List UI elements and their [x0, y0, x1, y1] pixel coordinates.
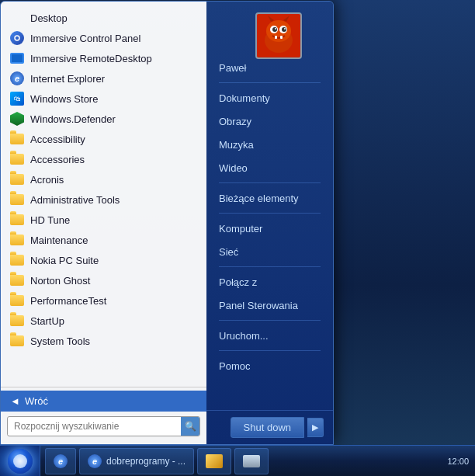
divider-6 — [219, 350, 321, 351]
menu-item-administrative-tools[interactable]: Administrative Tools — [1, 189, 206, 210]
divider-2 — [219, 182, 321, 183]
accessibility-folder-icon — [10, 132, 24, 146]
svg-point-9 — [284, 28, 286, 30]
ie-icon: e — [10, 71, 24, 85]
shutdown-arrow-button[interactable]: ▶ — [307, 418, 324, 437]
svg-point-0 — [15, 36, 19, 40]
admin-folder-icon — [10, 193, 24, 207]
menu-item-startup[interactable]: StartUp — [1, 311, 206, 331]
back-arrow-icon: ◄ — [10, 395, 20, 407]
shutdown-button[interactable]: Shut down — [231, 417, 304, 438]
start-menu: Desktop Immersive Control Panel Immersiv… — [0, 1, 334, 445]
search-box[interactable]: 🔍 — [7, 416, 200, 436]
menu-item-accessories[interactable]: Accessories — [1, 149, 206, 169]
back-button[interactable]: ◄ Wróć — [1, 391, 206, 412]
right-menu-item-muzyka[interactable]: Muzyka — [206, 133, 333, 156]
svg-rect-13 — [280, 36, 283, 39]
menu-list: Desktop Immersive Control Panel Immersiv… — [1, 2, 206, 387]
right-menu-item-wideo[interactable]: Wideo — [206, 156, 333, 179]
start-button[interactable] — [0, 446, 40, 477]
right-menu-item-siec[interactable]: Sieć — [206, 240, 333, 263]
taskbar-pc-icon — [243, 455, 260, 467]
right-bottom: Shut down ▶ — [206, 410, 333, 444]
right-menu-item-panel-sterowania[interactable]: Panel Sterowania — [206, 294, 333, 317]
menu-item-desktop[interactable]: Desktop — [1, 8, 206, 28]
taskbar-dobreprogramy-icon: e — [88, 454, 102, 468]
accessories-folder-icon — [10, 152, 24, 166]
right-menu-item-biezace-elementy[interactable]: Bieżące elementy — [206, 186, 333, 210]
menu-item-performance-test[interactable]: PerformanceTest — [1, 290, 206, 311]
left-panel: Desktop Immersive Control Panel Immersiv… — [1, 2, 206, 444]
desktop-icon — [10, 11, 24, 25]
desktop: Desktop Immersive Control Panel Immersiv… — [0, 0, 475, 476]
menu-item-immersive-remotedesktop[interactable]: Immersive RemoteDesktop — [1, 48, 206, 68]
divider-1 — [219, 82, 321, 83]
acronis-folder-icon — [10, 172, 24, 186]
remote-desktop-icon — [10, 51, 24, 65]
perf-folder-icon — [10, 294, 24, 307]
taskbar-explorer-icon — [206, 454, 223, 468]
nokia-folder-icon — [10, 253, 24, 267]
taskbar-item-pc[interactable] — [234, 448, 269, 474]
taskbar-item-explorer[interactable] — [197, 448, 231, 474]
avatar — [255, 12, 302, 59]
right-menu-item-komputer[interactable]: Komputer — [206, 217, 333, 240]
divider-3 — [219, 213, 321, 214]
right-menu-item-dokumenty[interactable]: Dokumenty — [206, 86, 333, 109]
menu-item-norton-ghost[interactable]: Norton Ghost — [1, 270, 206, 290]
taskbar-ie-icon: e — [54, 454, 68, 468]
left-panel-bottom: ◄ Wróć 🔍 — [1, 387, 206, 444]
search-input[interactable] — [8, 418, 181, 435]
menu-item-accessibility[interactable]: Accessibility — [1, 129, 206, 149]
divider-4 — [219, 266, 321, 267]
right-menu-item-pawel[interactable]: Paweł — [206, 56, 333, 79]
clock: 12:00 — [447, 457, 469, 466]
svg-point-8 — [275, 28, 276, 30]
startup-folder-icon — [10, 314, 24, 328]
taskbar: e e dobreprogramy - ... 12:00 — [0, 445, 475, 476]
taskbar-items: e e dobreprogramy - ... — [40, 446, 441, 476]
right-menu-item-polacz-z[interactable]: Połącz z — [206, 270, 333, 294]
menu-item-hd-tune[interactable]: HD Tune — [1, 210, 206, 230]
taskbar-dobreprogramy-label: dobreprogramy - ... — [106, 456, 185, 467]
search-icon: 🔍 — [185, 421, 196, 432]
menu-item-windows-store[interactable]: 🛍 Windows Store — [1, 89, 206, 109]
right-menu-item-uruchom[interactable]: Uruchom... — [206, 324, 333, 347]
svg-point-6 — [272, 27, 277, 32]
menu-item-acronis[interactable]: Acronis — [1, 169, 206, 189]
taskbar-item-ie[interactable]: e — [45, 448, 76, 474]
maintenance-folder-icon — [10, 233, 24, 247]
divider-5 — [219, 320, 321, 321]
taskbar-tray: 12:00 — [441, 457, 475, 466]
store-icon: 🛍 — [10, 92, 24, 106]
defender-icon — [10, 112, 24, 126]
right-menu-item-obrazy[interactable]: Obrazy — [206, 109, 333, 133]
menu-item-internet-explorer[interactable]: e Internet Explorer — [1, 68, 206, 89]
svg-point-7 — [282, 27, 286, 32]
right-menu-items: Paweł Dokumenty Obrazy Muzyka Wideo Bież… — [206, 2, 333, 410]
svg-rect-12 — [275, 36, 277, 39]
norton-folder-icon — [10, 273, 24, 287]
hd-tune-folder-icon — [10, 213, 24, 227]
control-panel-icon — [10, 31, 24, 45]
menu-item-maintenance[interactable]: Maintenance — [1, 230, 206, 250]
right-menu-item-pomoc[interactable]: Pomoc — [206, 354, 333, 377]
right-panel: Paweł Dokumenty Obrazy Muzyka Wideo Bież… — [206, 2, 333, 444]
menu-item-windows-defender[interactable]: Windows.Defender — [1, 109, 206, 129]
taskbar-item-dobreprogramy[interactable]: e dobreprogramy - ... — [79, 448, 194, 474]
search-button[interactable]: 🔍 — [181, 417, 199, 436]
user-avatar-container — [255, 12, 302, 59]
start-orb — [8, 449, 33, 474]
menu-item-immersive-control-panel[interactable]: Immersive Control Panel — [1, 28, 206, 48]
windows-logo-icon — [13, 454, 27, 468]
system-tools-folder-icon — [10, 334, 24, 348]
shutdown-arrow-icon: ▶ — [312, 422, 318, 432]
menu-item-system-tools[interactable]: System Tools — [1, 331, 206, 351]
menu-item-nokia-pc-suite[interactable]: Nokia PC Suite — [1, 250, 206, 270]
